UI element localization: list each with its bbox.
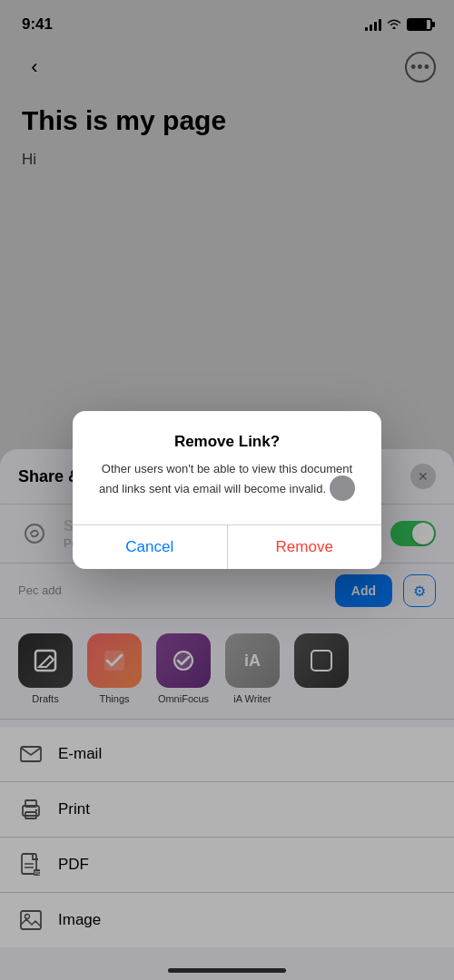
modal-overlay: Remove Link? Other users won't be able t… xyxy=(0,0,454,980)
remove-button[interactable]: Remove xyxy=(228,525,382,569)
modal-title: Remove Link? xyxy=(94,433,360,451)
modal-body: Remove Link? Other users won't be able t… xyxy=(73,411,381,511)
modal-message: Other users won't be able to view this d… xyxy=(94,460,360,504)
modal-spinner xyxy=(330,475,355,501)
remove-link-dialog: Remove Link? Other users won't be able t… xyxy=(73,411,381,570)
modal-actions: Cancel Remove xyxy=(73,524,381,569)
cancel-button[interactable]: Cancel xyxy=(73,525,228,569)
